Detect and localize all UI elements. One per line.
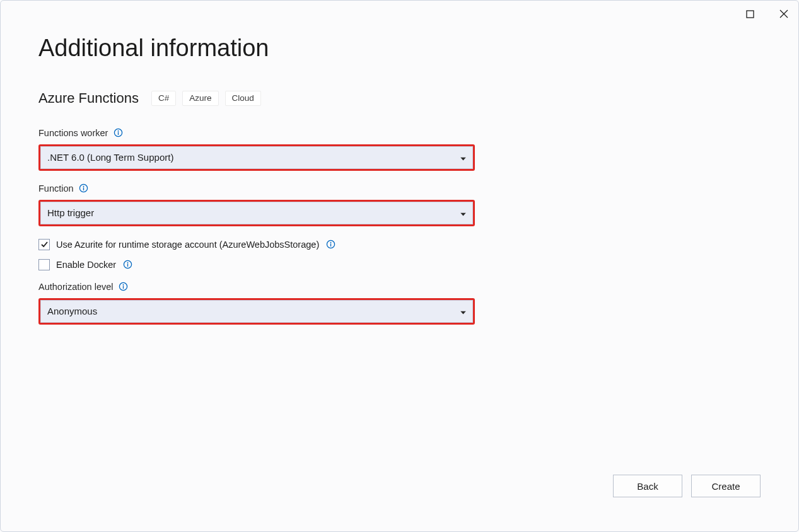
info-icon[interactable] [119,282,129,292]
functions-worker-label: Functions worker [38,128,108,138]
svg-rect-6 [83,188,84,191]
functions-worker-value: .NET 6.0 (Long Term Support) [47,152,173,163]
enable-docker-checkbox[interactable] [38,259,50,270]
maximize-button[interactable] [740,4,759,23]
tag-azure: Azure [182,91,218,106]
page-title: Additional information [38,35,757,62]
info-icon[interactable] [79,183,89,194]
info-icon[interactable] [122,260,132,270]
function-select-highlight: Http trigger [38,200,475,226]
auth-level-label-row: Authorization level [38,282,757,292]
function-value: Http trigger [47,207,94,218]
svg-point-2 [117,130,119,132]
auth-level-select-highlight: Anonymous [38,298,475,325]
create-button[interactable]: Create [691,475,761,497]
functions-worker-group: Functions worker .NET 6.0 (Long Term Sup… [38,128,757,171]
chevron-down-icon [460,207,466,218]
functions-worker-select-highlight: .NET 6.0 (Long Term Support) [38,144,475,171]
svg-rect-15 [123,286,124,289]
svg-point-11 [127,262,128,263]
function-label: Function [38,183,74,194]
use-azurite-row[interactable]: Use Azurite for runtime storage account … [38,239,757,250]
use-azurite-label: Use Azurite for runtime storage account … [56,240,319,250]
window-controls [740,4,793,23]
project-type-label: Azure Functions [38,90,139,107]
close-button[interactable] [774,4,793,23]
enable-docker-label: Enable Docker [56,260,116,270]
svg-point-5 [83,186,85,187]
footer-buttons: Back Create [613,475,761,497]
functions-worker-select[interactable]: .NET 6.0 (Long Term Support) [40,146,473,169]
function-select[interactable]: Http trigger [40,202,473,224]
auth-level-group: Authorization level Anonymous [38,282,757,325]
svg-rect-12 [127,264,127,267]
auth-level-select[interactable]: Anonymous [40,300,473,323]
function-label-row: Function [38,183,757,194]
info-icon[interactable] [325,240,335,250]
enable-docker-row[interactable]: Enable Docker [38,259,757,270]
dialog-window: Additional information Azure Functions C… [0,0,799,532]
chevron-down-icon [460,306,466,316]
auth-level-label: Authorization level [38,282,114,292]
use-azurite-checkbox[interactable] [38,239,50,250]
svg-rect-9 [330,244,331,247]
function-group: Function Http trigger [38,183,757,226]
auth-level-value: Anonymous [47,306,97,316]
svg-point-8 [330,242,331,243]
functions-worker-label-row: Functions worker [38,128,757,138]
svg-rect-3 [118,132,119,136]
tag-cloud: Cloud [225,91,261,106]
info-icon[interactable] [113,128,123,138]
chevron-down-icon [460,152,466,163]
back-button[interactable]: Back [613,475,682,497]
svg-point-14 [123,284,124,286]
content-area: Additional information Azure Functions C… [38,35,757,325]
svg-rect-0 [747,11,754,18]
tag-csharp: C# [151,91,176,106]
subheading-row: Azure Functions C# Azure Cloud [38,90,757,107]
tag-list: C# Azure Cloud [151,91,261,106]
